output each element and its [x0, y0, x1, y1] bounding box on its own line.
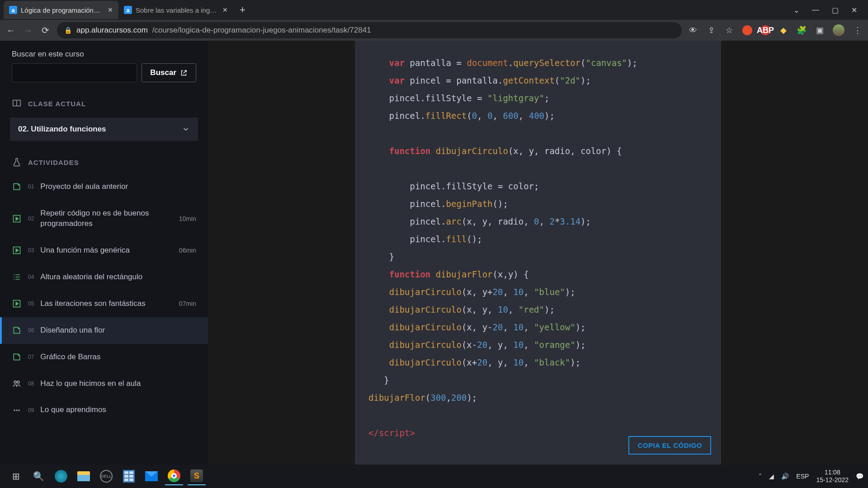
browser-tab[interactable]: a Sobre las variables a ingresar par ✕: [118, 1, 233, 19]
activity-duration: 10min: [179, 215, 196, 222]
profile-avatar[interactable]: [833, 24, 844, 36]
forward-button[interactable]: →: [23, 25, 33, 36]
system-tray: ˄ ◢ 🔊 ESP 11:08 15-12-2022 💬: [759, 469, 863, 484]
activity-label: Gráfico de Barras: [40, 352, 196, 362]
activity-number: 04: [28, 274, 34, 280]
menu-icon[interactable]: ⋮: [853, 25, 863, 35]
activity-label: Las iteraciones son fantásticas: [40, 299, 173, 309]
activity-type-icon: [12, 246, 22, 255]
current-class-row[interactable]: 02. Utilizando funciones: [10, 117, 198, 141]
activity-type-icon: [12, 299, 22, 308]
book-icon: [12, 99, 22, 108]
activity-number: 01: [28, 183, 34, 190]
svg-point-6: [14, 409, 15, 411]
section-label: ACTIVIDADES: [28, 159, 79, 166]
activity-label: Proyecto del aula anterior: [40, 182, 196, 192]
share-icon[interactable]: ⇪: [706, 25, 716, 35]
extension-icon[interactable]: ◆: [778, 25, 788, 35]
activity-item[interactable]: 05Las iteraciones son fantásticas07min: [0, 291, 208, 317]
activity-number: 07: [28, 354, 34, 360]
tab-title: Lógica de programación: Practica: [21, 6, 102, 14]
start-button[interactable]: ⊞: [7, 467, 25, 485]
incognito-icon[interactable]: 👁: [688, 25, 698, 35]
activity-label: Haz lo que hicimos en el aula: [40, 379, 196, 389]
extensions-icon[interactable]: 🧩: [797, 25, 807, 35]
copy-code-button[interactable]: COPIA EL CÓDIGO: [628, 436, 711, 455]
language-indicator[interactable]: ESP: [796, 473, 809, 480]
search-label: Buscar en este curso: [0, 50, 208, 63]
close-icon[interactable]: ✕: [222, 6, 228, 14]
lock-icon: 🔒: [64, 27, 72, 34]
main-content: var pantalla = document.querySelector("c…: [208, 41, 868, 465]
bookmark-icon[interactable]: ☆: [724, 25, 734, 35]
search-input[interactable]: [12, 63, 137, 82]
svg-point-8: [18, 409, 19, 411]
course-sidebar: Buscar en este curso Buscar CLASE ACTUAL…: [0, 41, 208, 465]
new-tab-button[interactable]: +: [233, 4, 252, 16]
back-button[interactable]: ←: [5, 25, 16, 36]
clock[interactable]: 11:08 15-12-2022: [816, 469, 849, 484]
search-icon[interactable]: 🔍: [29, 467, 47, 485]
activity-number: 03: [28, 247, 34, 253]
activity-label: Diseñando una flor: [40, 325, 196, 336]
extension-icon[interactable]: [742, 25, 752, 35]
tray-chevron-icon[interactable]: ˄: [759, 473, 762, 480]
activity-duration: 07min: [179, 300, 196, 307]
activity-number: 09: [28, 407, 34, 413]
activity-item[interactable]: 03Una función más genérica06min: [0, 237, 208, 264]
activity-number: 05: [28, 300, 34, 307]
activity-item[interactable]: 02Repetir código no es de buenos program…: [0, 200, 208, 237]
activity-item[interactable]: 08Haz lo que hicimos en el aula: [0, 371, 208, 397]
edge-icon[interactable]: [52, 467, 70, 485]
activity-item[interactable]: 06Diseñando una flor: [0, 317, 208, 344]
window-close-icon[interactable]: ✕: [851, 6, 857, 14]
volume-icon[interactable]: 🔊: [781, 473, 789, 480]
activity-type-icon: [12, 406, 22, 415]
reload-button[interactable]: ⟳: [40, 25, 51, 36]
flask-icon: [12, 157, 22, 167]
file-explorer-icon[interactable]: [75, 467, 93, 485]
tab-search-icon[interactable]: ⌄: [793, 6, 799, 14]
activity-number: 08: [28, 380, 34, 387]
adblock-icon[interactable]: ABP: [760, 25, 770, 35]
url-host: app.aluracursos.com: [76, 26, 148, 35]
activity-label: Lo que aprendimos: [40, 405, 196, 415]
external-link-icon: [180, 69, 188, 77]
window-maximize-icon[interactable]: ▢: [832, 6, 839, 14]
activity-type-icon: [12, 182, 22, 191]
activity-label: Una función más genérica: [40, 245, 173, 256]
code-block: var pantalla = document.querySelector("c…: [355, 41, 721, 465]
clock-time: 11:08: [816, 469, 849, 477]
address-bar: ← → ⟳ 🔒 app.aluracursos.com/course/logic…: [0, 20, 868, 41]
chrome-icon[interactable]: [165, 467, 183, 485]
activity-item[interactable]: 04Altura aleatoria del rectángulo: [0, 264, 208, 291]
activity-label: Repetir código no es de buenos programad…: [40, 208, 173, 229]
favicon-icon: a: [9, 6, 17, 14]
activity-item[interactable]: 01Proyecto del aula anterior: [0, 174, 208, 200]
url-input[interactable]: 🔒 app.aluracursos.com/course/logica-de-p…: [57, 22, 682, 38]
activity-number: 06: [28, 327, 34, 333]
browser-tab-active[interactable]: a Lógica de programación: Practica ✕: [4, 1, 118, 19]
activity-item[interactable]: 09Lo que aprendimos: [0, 397, 208, 423]
activity-type-icon: [12, 326, 22, 335]
class-title: 02. Utilizando funciones: [18, 125, 106, 134]
section-header-activities: ACTIVIDADES: [0, 151, 208, 174]
calculator-icon[interactable]: [120, 467, 138, 485]
clock-date: 15-12-2022: [816, 476, 849, 484]
section-label: CLASE ACTUAL: [28, 100, 86, 108]
activity-type-icon: [12, 272, 22, 282]
activity-duration: 06min: [179, 247, 196, 254]
sidepanel-icon[interactable]: ▣: [815, 25, 825, 35]
close-icon[interactable]: ✕: [108, 6, 113, 14]
notifications-icon[interactable]: 💬: [856, 473, 863, 480]
mail-icon[interactable]: [142, 467, 160, 485]
search-button[interactable]: Buscar: [142, 63, 196, 82]
window-minimize-icon[interactable]: —: [812, 6, 819, 14]
wifi-icon[interactable]: ◢: [769, 473, 774, 480]
dell-icon[interactable]: DELL: [97, 467, 115, 485]
activity-item[interactable]: 07Gráfico de Barras: [0, 344, 208, 371]
code-pre: var pantalla = document.querySelector("c…: [368, 54, 708, 442]
activity-type-icon: [12, 379, 22, 388]
sublime-icon[interactable]: S: [188, 467, 206, 485]
svg-point-4: [14, 381, 16, 383]
